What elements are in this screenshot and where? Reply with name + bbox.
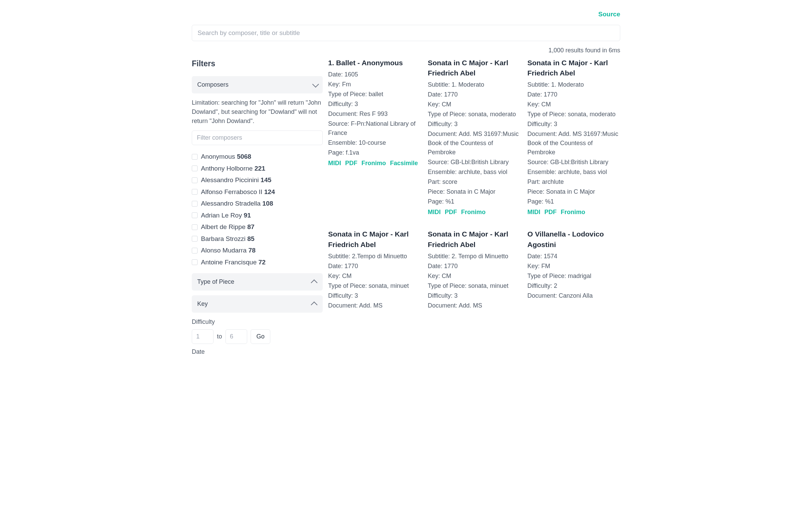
result-field-difficulty: Difficulty: 2	[527, 281, 620, 291]
result-title[interactable]: O Villanella - Lodovico Agostini	[527, 229, 620, 250]
composer-row[interactable]: Barbara Strozzi 85	[192, 233, 323, 245]
result-field-page: Page: %1	[428, 197, 521, 206]
result-field-page: Page: f.1va	[328, 148, 421, 157]
composer-row[interactable]: Anthony Holborne 221	[192, 163, 323, 174]
checkbox[interactable]	[192, 212, 197, 218]
composers-limitation: Limitation: searching for "John" will re…	[192, 98, 323, 126]
download-link[interactable]: Fronimo	[561, 208, 585, 217]
result-field-type: Type of Piece: sonata, minuet	[328, 281, 421, 291]
difficulty-to-input[interactable]	[225, 329, 247, 344]
result-title[interactable]: 1. Ballet - Anonymous	[328, 58, 421, 68]
result-field-date: Date: 1770	[328, 262, 421, 271]
checkbox[interactable]	[192, 248, 197, 253]
result-field-date: Date: 1770	[428, 262, 521, 271]
result-field-part: Part: archlute	[527, 177, 620, 186]
composer-count: 85	[247, 235, 254, 242]
facet-type-header[interactable]: Type of Piece	[192, 273, 323, 291]
result-card: Sonata in C Major - Karl Friedrich AbelS…	[328, 229, 421, 311]
result-field-document: Document: Res F 993	[328, 110, 421, 119]
result-field-document: Document: Add. MS	[428, 301, 521, 310]
result-field-key: Key: Fm	[328, 80, 421, 89]
result-title[interactable]: Sonata in C Major - Karl Friedrich Abel	[328, 229, 421, 250]
composer-row[interactable]: Antoine Francisque 72	[192, 257, 323, 268]
result-field-type: Type of Piece: sonata, moderato	[428, 110, 521, 119]
filter-composers-input[interactable]	[192, 131, 323, 145]
download-link[interactable]: PDF	[445, 208, 457, 217]
difficulty-from-input[interactable]	[192, 329, 213, 344]
composer-name: Alonso Mudarra	[201, 247, 248, 254]
checkbox[interactable]	[192, 177, 197, 183]
result-title[interactable]: Sonata in C Major - Karl Friedrich Abel	[428, 229, 521, 250]
result-card: O Villanella - Lodovico AgostiniDate: 15…	[527, 229, 620, 311]
result-links: MIDIPDFFronimoFacsimile	[328, 159, 421, 168]
checkbox[interactable]	[192, 165, 197, 171]
checkbox[interactable]	[192, 259, 197, 265]
facet-composers-header[interactable]: Composers	[192, 76, 323, 94]
composer-row[interactable]: Alonso Mudarra 78	[192, 245, 323, 256]
composer-name: Anthony Holborne	[201, 165, 254, 172]
checkbox[interactable]	[192, 189, 197, 195]
composer-name: Alfonso Ferrabosco II	[201, 188, 264, 195]
result-field-ensemble: Ensemble: archlute, bass viol	[428, 167, 521, 177]
composer-count: 145	[260, 176, 271, 183]
download-link[interactable]: PDF	[544, 208, 557, 217]
result-card: Sonata in C Major - Karl Friedrich AbelS…	[428, 229, 521, 311]
download-link[interactable]: MIDI	[527, 208, 540, 217]
facet-key-header[interactable]: Key	[192, 295, 323, 313]
composer-name: Alessandro Piccinini	[201, 176, 260, 183]
chevron-up-icon	[311, 279, 318, 286]
composer-row[interactable]: Albert de Rippe 87	[192, 222, 323, 233]
result-field-part: Part: score	[428, 177, 521, 186]
download-link[interactable]: PDF	[345, 159, 357, 168]
composer-list: Anonymous 5068Anthony Holborne 221Alessa…	[192, 151, 323, 268]
checkbox[interactable]	[192, 154, 197, 160]
result-field-difficulty: Difficulty: 3	[527, 120, 620, 129]
source-link[interactable]: Source	[599, 11, 620, 18]
download-link[interactable]: Facsimile	[390, 159, 418, 168]
result-title[interactable]: Sonata in C Major - Karl Friedrich Abel	[527, 58, 620, 79]
checkbox[interactable]	[192, 224, 197, 230]
result-field-subtitle: Subtitle: 1. Moderato	[527, 80, 620, 89]
download-link[interactable]: MIDI	[328, 159, 341, 168]
result-field-date: Date: 1605	[328, 70, 421, 79]
composer-name: Albert de Rippe	[201, 223, 247, 230]
composer-count: 87	[247, 223, 254, 230]
result-field-key: Key: CM	[428, 100, 521, 109]
source-link-row: Source	[192, 10, 620, 19]
checkbox[interactable]	[192, 236, 197, 242]
result-card: Sonata in C Major - Karl Friedrich AbelS…	[527, 58, 620, 217]
search-input[interactable]	[192, 25, 620, 41]
result-field-key: Key: CM	[428, 272, 521, 281]
date-label: Date	[192, 347, 323, 357]
composer-count: 108	[262, 200, 273, 207]
composer-row[interactable]: Alessandro Piccinini 145	[192, 175, 323, 186]
result-field-date: Date: 1770	[428, 90, 521, 99]
result-field-document: Document: Add. MS 31697:Music Book of th…	[527, 130, 620, 157]
filters-title: Filters	[192, 58, 323, 70]
result-field-date: Date: 1574	[527, 252, 620, 261]
chevron-up-icon	[311, 301, 318, 308]
result-title[interactable]: Sonata in C Major - Karl Friedrich Abel	[428, 58, 521, 79]
facet-key-label: Key	[197, 299, 208, 309]
composer-name: Antoine Francisque	[201, 259, 258, 266]
download-link[interactable]: MIDI	[428, 208, 441, 217]
results-grid: 1. Ballet - AnonymousDate: 1605Key: FmTy…	[328, 58, 620, 311]
facet-type-label: Type of Piece	[197, 277, 234, 286]
composer-count: 72	[258, 259, 266, 266]
result-field-key: Key: CM	[527, 100, 620, 109]
difficulty-go-button[interactable]: Go	[251, 329, 270, 344]
composer-row[interactable]: Alfonso Ferrabosco II 124	[192, 186, 323, 198]
result-field-subtitle: Subtitle: 2.Tempo di Minuetto	[328, 252, 421, 261]
result-field-ensemble: Ensemble: archlute, bass viol	[527, 167, 620, 177]
result-field-difficulty: Difficulty: 3	[328, 100, 421, 109]
composer-row[interactable]: Alessandro Stradella 108	[192, 198, 323, 209]
download-link[interactable]: Fronimo	[461, 208, 485, 217]
result-field-subtitle: Subtitle: 2. Tempo di Minuetto	[428, 252, 521, 261]
checkbox[interactable]	[192, 201, 197, 207]
difficulty-label: Difficulty	[192, 317, 323, 327]
download-link[interactable]: Fronimo	[362, 159, 386, 168]
composer-row[interactable]: Adrian Le Roy 91	[192, 210, 323, 221]
composer-row[interactable]: Anonymous 5068	[192, 151, 323, 162]
result-field-date: Date: 1770	[527, 90, 620, 99]
composer-name: Anonymous	[201, 153, 237, 160]
